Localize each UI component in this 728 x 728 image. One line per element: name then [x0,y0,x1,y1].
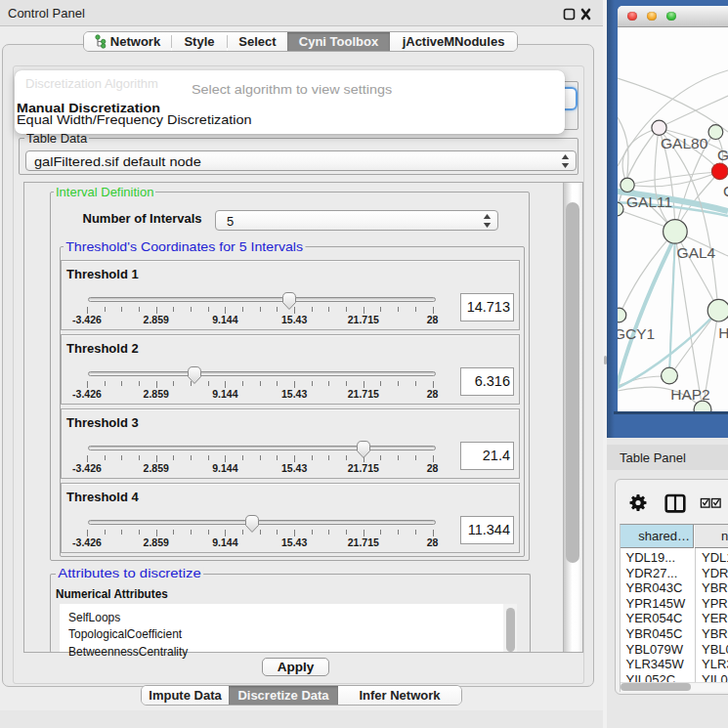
svg-text:C: C [723,183,728,199]
svg-text:HAP2: HAP2 [670,386,710,403]
svg-text:GA: GA [717,147,728,163]
svg-text:H: H [718,324,728,341]
svg-text:GAL4: GAL4 [677,244,716,261]
svg-text:GCY1: GCY1 [618,325,655,342]
svg-text:GAL80: GAL80 [661,135,708,151]
svg-text:GAL11: GAL11 [626,193,672,210]
